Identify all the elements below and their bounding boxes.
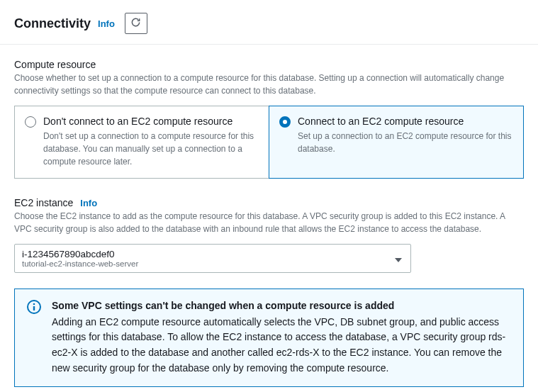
refresh-button[interactable] bbox=[125, 13, 147, 34]
info-banner-title: Some VPC settings can't be changed when … bbox=[52, 299, 512, 313]
ec2-instance-select[interactable]: i-1234567890abcdef0 tutorial-ec2-instanc… bbox=[14, 244, 411, 273]
compute-resource-section: Compute resource Choose whether to set u… bbox=[14, 59, 524, 179]
section-header: Connectivity Info bbox=[0, 0, 538, 45]
compute-resource-label: Compute resource bbox=[14, 59, 524, 70]
ec2-instance-label: EC2 instance bbox=[14, 197, 73, 208]
info-icon bbox=[26, 299, 42, 315]
radio-input-checked bbox=[279, 116, 291, 128]
info-link-ec2[interactable]: Info bbox=[80, 198, 97, 208]
content-area: Compute resource Choose whether to set u… bbox=[0, 45, 538, 387]
radio-desc: Don't set up a connection to a compute r… bbox=[43, 130, 259, 168]
radio-connect[interactable]: Connect to an EC2 compute resource Set u… bbox=[269, 106, 524, 179]
info-link-header[interactable]: Info bbox=[98, 18, 115, 29]
radio-title: Connect to an EC2 compute resource bbox=[298, 115, 513, 128]
svg-rect-2 bbox=[33, 306, 35, 310]
svg-point-1 bbox=[33, 303, 35, 306]
select-value: i-1234567890abcdef0 bbox=[22, 249, 388, 259]
chevron-down-icon bbox=[395, 252, 402, 265]
info-banner-text: Adding an EC2 compute resource automatic… bbox=[52, 315, 512, 376]
radio-desc: Set up a connection to an EC2 compute re… bbox=[298, 130, 513, 155]
compute-resource-desc: Choose whether to set up a connection to… bbox=[14, 72, 524, 97]
radio-dont-connect[interactable]: Don't connect to an EC2 compute resource… bbox=[14, 106, 269, 179]
refresh-icon bbox=[130, 17, 141, 30]
section-title: Connectivity bbox=[14, 16, 91, 31]
radio-title: Don't connect to an EC2 compute resource bbox=[43, 115, 259, 128]
radio-input-unchecked bbox=[25, 116, 36, 128]
info-banner: Some VPC settings can't be changed when … bbox=[14, 289, 524, 386]
ec2-instance-section: EC2 instance Info Choose the EC2 instanc… bbox=[14, 197, 524, 273]
ec2-instance-desc: Choose the EC2 instance to add as the co… bbox=[14, 210, 524, 235]
select-subvalue: tutorial-ec2-instance-web-server bbox=[22, 259, 388, 268]
compute-resource-options: Don't connect to an EC2 compute resource… bbox=[14, 106, 524, 179]
